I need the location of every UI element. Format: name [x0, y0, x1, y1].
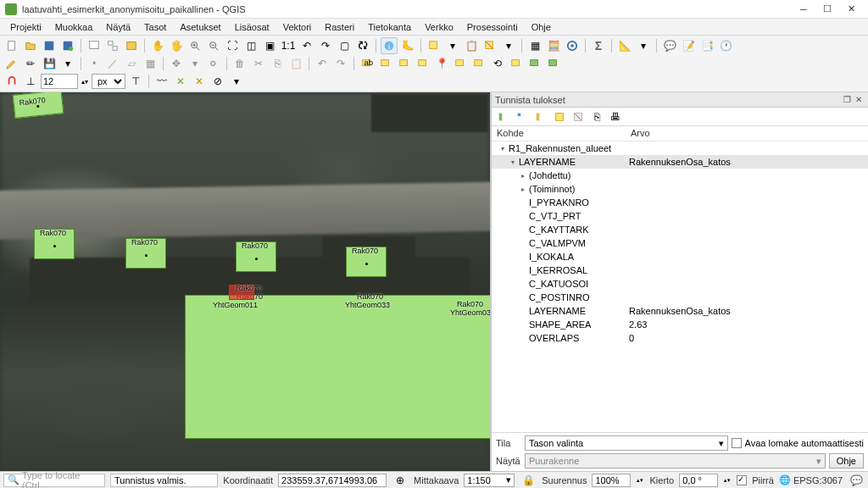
label-rule-icon[interactable]	[377, 55, 394, 72]
menu-rasteri[interactable]: Rasteri	[318, 20, 361, 34]
coord-field[interactable]: 233559.37,6714993.06	[278, 474, 387, 487]
pan-selection-icon[interactable]: 🖐	[168, 37, 185, 54]
topo-icon[interactable]: ⊥	[22, 73, 39, 90]
modify-attr-icon[interactable]: ⭘	[205, 55, 222, 72]
zoom-next-icon[interactable]: ↷	[317, 37, 334, 54]
zoom-full-icon[interactable]: ⛶	[224, 37, 241, 54]
crs-button[interactable]: 🌐 EPSG:3067	[779, 474, 843, 485]
measure-dropdown-icon[interactable]: ▾	[635, 37, 652, 54]
tree-row[interactable]: C_VTJ_PRT	[492, 209, 868, 223]
panel-close-icon[interactable]: ✕	[853, 94, 865, 106]
menu-lisäosat[interactable]: Lisäosat	[228, 20, 276, 34]
snap-intersect-icon[interactable]: ✕	[172, 73, 189, 90]
scale-lock-icon[interactable]: 🔒	[520, 472, 537, 489]
snap-icon[interactable]	[3, 73, 20, 90]
nayta-select[interactable]: Puurakenne▾	[525, 453, 826, 469]
deselect-dropdown-icon[interactable]: ▾	[500, 37, 517, 54]
tree-row[interactable]: C_KATUOSOI	[492, 277, 868, 291]
style-manager-icon[interactable]	[123, 37, 140, 54]
label-show-icon[interactable]	[452, 55, 469, 72]
zoom-last-icon[interactable]: ↶	[298, 37, 315, 54]
maximize-button[interactable]: ☐	[815, 2, 839, 17]
maptips-icon[interactable]: 💬	[661, 37, 678, 54]
menu-tasot[interactable]: Tasot	[137, 20, 173, 34]
snap-self-icon[interactable]: ✕	[191, 73, 208, 90]
zoom-layer-icon[interactable]: ▣	[261, 37, 278, 54]
rot-stepper[interactable]: ▴▾	[723, 472, 732, 489]
label-props-icon[interactable]	[526, 55, 543, 72]
paste-icon[interactable]: 📋	[287, 55, 304, 72]
vertex-dropdown-icon[interactable]: ▾	[186, 55, 203, 72]
edit-pencil-icon[interactable]	[3, 55, 20, 72]
coord-toggle-icon[interactable]: ⊕	[392, 472, 409, 489]
redo-icon[interactable]: ↷	[332, 55, 349, 72]
deselect-icon[interactable]	[481, 37, 498, 54]
feature-poly[interactable]: Rak070	[236, 241, 276, 272]
tree-row[interactable]: ▸(Toiminnot)	[492, 182, 868, 196]
menu-projekti[interactable]: Projekti	[3, 20, 48, 34]
expand-tree-icon[interactable]	[495, 108, 512, 125]
rot-field[interactable]: 0,0 °	[679, 474, 718, 487]
pan-icon[interactable]: ✋	[149, 37, 166, 54]
tree-arrow-icon[interactable]: ▸	[519, 185, 527, 193]
add-point-icon[interactable]: •	[86, 55, 103, 72]
tree-arrow-icon[interactable]: ▾	[498, 144, 507, 152]
snap-unit-select[interactable]: px	[92, 74, 125, 89]
scale-field[interactable]: 1:150▾	[464, 474, 515, 487]
auto-open-checkbox[interactable]	[732, 438, 742, 448]
refresh-icon[interactable]: 🗘	[354, 37, 371, 54]
tree-body[interactable]: ▾R1_Rakennusten_alueet▾LAYERNAMERakennuk…	[492, 141, 868, 432]
select-icon[interactable]	[426, 37, 442, 54]
edit-dropdown-icon[interactable]: ▾	[59, 55, 76, 72]
messages-icon[interactable]: 💬	[848, 472, 865, 489]
locator-input[interactable]: 🔍 Type to locate (Ctrl…	[3, 474, 105, 487]
cut-icon[interactable]: ✂	[250, 55, 267, 72]
zoom-out-icon[interactable]	[205, 37, 222, 54]
col-kohde[interactable]: Kohde	[492, 126, 626, 141]
label-props2-icon[interactable]	[545, 55, 562, 72]
zoom-in-icon[interactable]	[186, 37, 203, 54]
add-line-icon[interactable]: ／	[104, 55, 121, 72]
snap-avoid-icon[interactable]: ⊘	[209, 73, 226, 90]
menu-tietokanta[interactable]: Tietokanta	[361, 20, 418, 34]
new-map-view-icon[interactable]: ▢	[336, 37, 353, 54]
tree-row[interactable]: I_KERROSAL	[492, 263, 868, 277]
menu-prosessointi[interactable]: Prosessointi	[460, 20, 525, 34]
form-view-icon[interactable]	[551, 108, 568, 125]
add-record-icon[interactable]: ▦	[142, 55, 159, 72]
vertex-tool-icon[interactable]: ✥	[168, 55, 185, 72]
tree-row[interactable]: OVERLAPS0	[492, 331, 868, 345]
zoom-field[interactable]: 100%	[592, 474, 631, 487]
label-toggle-icon[interactable]	[470, 55, 487, 72]
expand-new-icon[interactable]	[532, 108, 549, 125]
collapse-tree-icon[interactable]	[514, 108, 531, 125]
clear-results-icon[interactable]	[570, 108, 587, 125]
zoom-stepper[interactable]: ▴▾	[636, 472, 644, 489]
topo-edit-icon[interactable]: ⊤	[127, 73, 144, 90]
zoom-native-icon[interactable]: 1:1	[280, 37, 297, 54]
copy-icon[interactable]: ⎘	[269, 55, 286, 72]
snap-dropdown-icon[interactable]: ▾	[228, 73, 245, 90]
layout-icon[interactable]	[86, 37, 103, 54]
close-button[interactable]: ✕	[839, 2, 863, 17]
trace-icon[interactable]: 〰	[153, 73, 170, 90]
feature-poly[interactable]: Rak070 YhtGeom011 Rak070 YhtGeom033 Rak0…	[185, 295, 490, 439]
tree-row[interactable]: LAYERNAMERakennuksenOsa_katos	[492, 304, 868, 318]
layout-manager-icon[interactable]	[104, 37, 121, 54]
zoom-selection-icon[interactable]: ◫	[242, 37, 259, 54]
stats-icon[interactable]: Σ	[590, 37, 607, 54]
open-project-icon[interactable]	[22, 37, 39, 54]
attribute-table-icon[interactable]: ▦	[526, 37, 543, 54]
label-single-icon[interactable]: abc	[359, 55, 376, 72]
menu-asetukset[interactable]: Asetukset	[173, 20, 227, 34]
measure-icon[interactable]: 📐	[616, 37, 633, 54]
minimize-button[interactable]: ─	[792, 2, 815, 17]
tree-arrow-icon[interactable]: ▾	[509, 158, 517, 166]
panel-undock-icon[interactable]: ❐	[841, 94, 853, 106]
undo-icon[interactable]: ↶	[314, 55, 331, 72]
tree-row[interactable]: ▾LAYERNAMERakennuksenOsa_katos	[492, 155, 868, 169]
tree-row[interactable]: I_KOKALA	[492, 250, 868, 263]
tree-row[interactable]: SHAPE_AREA2.63	[492, 318, 868, 331]
bookmark-icon[interactable]: 📑	[698, 37, 715, 54]
feature-poly[interactable]: Rak070	[346, 247, 387, 277]
